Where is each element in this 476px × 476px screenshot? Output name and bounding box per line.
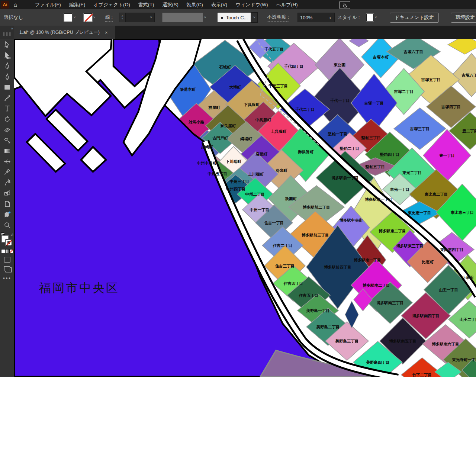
toolbar-grip[interactable]	[3, 32, 11, 36]
rotate-tool-icon[interactable]	[2, 114, 12, 124]
map-region-label: 美野島二丁目	[316, 325, 340, 329]
tool-palette: ⇄ ●●●	[0, 39, 15, 377]
map-region-label: 山王一丁目	[439, 287, 459, 292]
tab-close-icon[interactable]: ×	[105, 30, 108, 35]
collapse-toolbar-icon[interactable]: »	[11, 26, 13, 30]
map-region-label: 美野島三丁目	[335, 339, 359, 343]
pen-tool-icon[interactable]	[2, 61, 12, 71]
map-region-label: 東比恵一丁目	[408, 210, 431, 215]
stroke-weight-stepper[interactable]: ˄˅	[119, 9, 126, 26]
menu-item-7[interactable]: ウィンドウ(W)	[235, 1, 268, 8]
menu-item-4[interactable]: 選択(S)	[162, 1, 178, 8]
stroke-swatch[interactable]: ˅	[84, 9, 95, 26]
toolbar-header: »	[0, 26, 14, 39]
map-region-label: 冷泉町	[276, 168, 287, 173]
perspective-grid-tool-icon[interactable]	[2, 210, 12, 219]
menu-item-3[interactable]: 書式(T)	[138, 1, 154, 8]
menu-item-1[interactable]: 編集(E)	[69, 1, 85, 8]
map-region-label: 中州三丁目	[230, 179, 250, 184]
map-region-label: 博多駅東一丁目	[365, 197, 392, 202]
map-region-label: 中州四丁目	[226, 187, 246, 191]
selection-status: 選択なし	[4, 9, 23, 26]
map-region-label: 千代五丁目	[264, 47, 284, 51]
default-swatches-icon[interactable]	[1, 232, 4, 236]
stroke-weight-field[interactable]: ˅	[126, 9, 155, 26]
menu-item-2[interactable]: オブジェクト(O)	[93, 1, 130, 8]
none-icon	[9, 249, 13, 253]
map-region-label: 大博町	[229, 85, 241, 89]
menu-bar: Ai ⌂ ファイル(F)編集(E)オブジェクト(O)書式(T)選択(S)効果(C…	[0, 0, 476, 9]
opacity-expander[interactable]: ›	[326, 9, 335, 26]
type-tool-icon[interactable]	[2, 104, 12, 113]
map-region-label: 豊一丁目	[439, 153, 455, 158]
document-setup-button[interactable]: ドキュメント設定	[390, 9, 439, 26]
map-region-label: 博多駅前四丁目	[324, 265, 351, 269]
map-region-label: 堅粕五丁目	[365, 164, 385, 169]
shape-builder-tool-icon[interactable]	[2, 189, 12, 198]
style-swatch[interactable]: ˅	[366, 9, 377, 26]
map-region-label: 吉塚一丁目	[364, 101, 384, 105]
color-mode-strip[interactable]	[1, 249, 13, 253]
brush-dropdown[interactable]: ˅	[162, 9, 206, 26]
document-tab[interactable]: 1.ai* @ 100 % (RGB/CPU プレビュー) ×	[14, 26, 115, 39]
selection-tool-icon[interactable]	[2, 40, 12, 50]
rectangle-tool-icon[interactable]	[2, 83, 12, 92]
fill-stroke-indicator[interactable]: ⇄	[1, 234, 13, 246]
artboard-tool-icon[interactable]	[2, 199, 12, 209]
map-region-label: 博多駅南三丁目	[376, 300, 404, 305]
map-region-label: 美野島四丁目	[366, 360, 390, 364]
draw-mode-icon[interactable]	[4, 257, 10, 263]
screen-mode-icon[interactable]	[4, 266, 10, 271]
map-region-label: 吉塚二丁目	[394, 89, 414, 94]
map-region-label: 東光一丁目	[390, 187, 410, 192]
map-region-label: 吉塚六丁目	[403, 49, 424, 54]
map-region-label: 吉塚本町	[373, 55, 389, 59]
opacity-field[interactable]: 100%	[298, 9, 328, 26]
map-region-label: 中呉服町	[255, 118, 271, 122]
home-icon[interactable]: ⌂	[14, 1, 17, 8]
symbol-sprayer-tool-icon[interactable]	[2, 178, 12, 187]
eraser-tool-icon[interactable]	[2, 125, 12, 135]
width-tool-icon[interactable]	[2, 157, 12, 166]
direct-selection-tool-icon[interactable]	[2, 51, 12, 60]
more-tools-icon[interactable]: ●●●	[3, 276, 11, 280]
map-region-label: 店屋町	[255, 152, 267, 156]
menu-item-6[interactable]: 表示(V)	[211, 1, 227, 8]
touch-preset-dropdown[interactable]: ●Touch C... ˅	[218, 9, 258, 26]
preferences-button[interactable]: 環境設定	[451, 9, 476, 26]
map-region-label: 石城町	[219, 65, 231, 69]
map-region-label: 奈良屋町	[220, 123, 236, 128]
gradient-icon	[5, 249, 9, 253]
zoom-tool-icon[interactable]	[2, 220, 12, 230]
map-region-label: 上川端町	[248, 172, 264, 176]
paintbrush-tool-icon[interactable]	[2, 93, 12, 103]
menu-item-8[interactable]: ヘルプ(H)	[276, 1, 298, 8]
stroke-color-box[interactable]	[6, 239, 12, 246]
map-region-label: 堅粕一丁目	[328, 132, 348, 136]
map-region-label: 東光二丁目	[402, 170, 422, 175]
menu-item-5[interactable]: 効果(C)	[187, 1, 203, 8]
fill-swatch[interactable]: ˅	[64, 9, 75, 26]
curvature-tool-icon[interactable]	[2, 72, 12, 81]
map-region-label: 中州二丁目	[245, 192, 265, 196]
shaper-tool-icon[interactable]	[2, 135, 12, 145]
map-region-label: 吉塚八丁目	[461, 73, 476, 78]
map-region-label: 東光寺町一丁目	[452, 357, 476, 362]
map-region-label: 対馬小路	[188, 120, 205, 124]
eyedropper-tool-icon[interactable]	[2, 167, 12, 177]
map-region-label: 博多駅前三丁目	[302, 233, 329, 237]
map-region-label: 下呉服町	[244, 102, 260, 107]
map-region-label: 竹下二丁目	[412, 373, 432, 377]
map-region-label: 千代二丁目	[295, 107, 315, 112]
map-region-label: 住吉三丁目	[275, 264, 295, 268]
map-region-label: 中州五丁目	[208, 171, 228, 176]
gradient-tool-icon[interactable]	[2, 146, 12, 156]
swap-fill-stroke-icon[interactable]: ⇄	[10, 233, 13, 237]
map-canvas[interactable]: 石城町築港本町千代五丁目千代四丁目東公園吉塚本町吉塚六丁目吉塚八丁目吉塚五丁目千…	[14, 39, 476, 377]
map-region-label: 下川端町	[225, 159, 242, 164]
touch-workspace-icon[interactable]	[339, 1, 350, 9]
menu-item-0[interactable]: ファイル(F)	[35, 1, 61, 8]
map-region-label: 築港本町	[180, 87, 196, 91]
map-region-label: 祇園町	[284, 196, 297, 201]
map-region-label: 美野島一丁目	[306, 308, 330, 313]
